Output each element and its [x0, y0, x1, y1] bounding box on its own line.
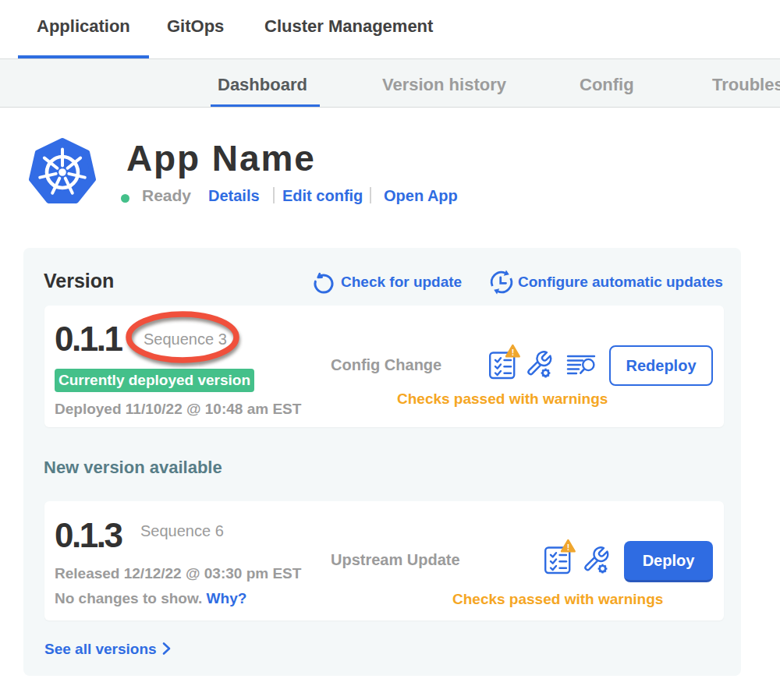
- svg-text:!: !: [567, 543, 570, 552]
- svg-text:!: !: [512, 348, 515, 357]
